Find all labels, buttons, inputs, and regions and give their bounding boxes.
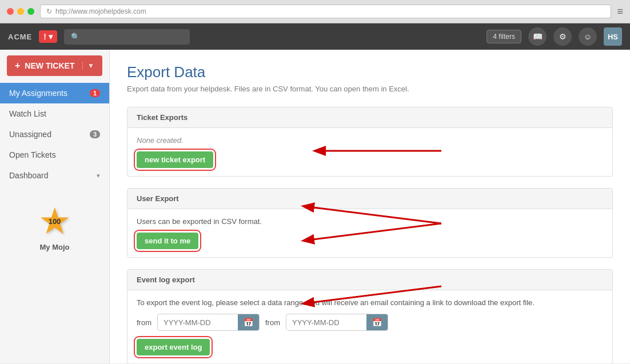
my-assignments-badge: 1 bbox=[90, 89, 100, 97]
alert-icon: ! bbox=[43, 32, 46, 41]
date-input-end[interactable] bbox=[286, 315, 366, 330]
sidebar-item-label: Unassigned bbox=[9, 130, 51, 139]
nav-book-button[interactable]: 📖 bbox=[528, 27, 547, 46]
nav-filters-button[interactable]: 4 filters bbox=[487, 30, 521, 43]
from-label-2: from bbox=[265, 318, 280, 327]
user-export-description: Users can be exported in CSV format. bbox=[137, 217, 603, 226]
event-log-header: Event log export bbox=[127, 270, 612, 290]
dashboard-dropdown-icon: ▾ bbox=[97, 172, 100, 179]
sidebar-item-label: Open Tickets bbox=[9, 150, 56, 159]
browser-menu-icon[interactable]: ≡ bbox=[617, 6, 623, 18]
page-title: Export Data bbox=[127, 63, 613, 81]
ticket-exports-empty: None created. bbox=[137, 136, 603, 145]
ticket-exports-section: Ticket Exports None created. new ticket … bbox=[127, 107, 613, 177]
page-subtitle: Export data from your helpdesk. Files ar… bbox=[127, 85, 613, 93]
main-content: Export Data Export data from your helpde… bbox=[110, 50, 630, 363]
alert-dropdown-icon: ▾ bbox=[49, 32, 53, 41]
event-log-section: Event log export To export the event log… bbox=[127, 269, 613, 363]
date-range-row: from 📅 from 📅 bbox=[137, 314, 603, 331]
nav-alert-button[interactable]: ! ▾ bbox=[39, 30, 57, 43]
face-icon: ☺ bbox=[584, 32, 592, 41]
content-wrapper: Export Data Export data from your helpde… bbox=[127, 63, 613, 363]
mojo-score: 100 bbox=[49, 217, 61, 226]
date-cal-button-1[interactable]: 📅 bbox=[238, 314, 259, 330]
new-ticket-export-button[interactable]: new ticket export bbox=[137, 151, 213, 168]
nav-brand: ACME bbox=[8, 33, 32, 41]
sidebar: + NEW TICKET ▼ My Assignments 1 Watch Li… bbox=[0, 50, 110, 363]
date-input-group-1: 📅 bbox=[157, 314, 260, 331]
export-event-log-button[interactable]: export event log bbox=[137, 339, 210, 355]
plus-icon: + bbox=[15, 61, 20, 71]
sidebar-mojo: ★ 100 My Mojo bbox=[0, 191, 109, 263]
send-it-to-me-button[interactable]: send it to me bbox=[137, 233, 198, 249]
calendar-icon-1: 📅 bbox=[244, 318, 253, 327]
browser-dot-close[interactable] bbox=[7, 8, 14, 15]
sidebar-item-label: My Assignments bbox=[9, 89, 67, 98]
gear-icon: ⚙ bbox=[559, 32, 567, 41]
sidebar-item-label: Dashboard bbox=[9, 171, 49, 180]
event-log-body: To export the event log, please select a… bbox=[127, 290, 612, 363]
browser-url: http://www.mojohelpdesk.com bbox=[55, 7, 146, 15]
nav-avatar[interactable]: HS bbox=[604, 27, 622, 46]
sidebar-item-dashboard[interactable]: Dashboard ▾ bbox=[0, 165, 109, 186]
browser-chrome: ↻ http://www.mojohelpdesk.com ≡ bbox=[0, 0, 630, 23]
browser-dot-minimize[interactable] bbox=[17, 8, 24, 15]
date-cal-button-2[interactable]: 📅 bbox=[366, 314, 388, 330]
ticket-exports-body: None created. new ticket export bbox=[127, 128, 612, 176]
browser-dots bbox=[7, 8, 34, 15]
sidebar-item-watch-list[interactable]: Watch List bbox=[0, 103, 109, 124]
event-log-description: To export the event log, please select a… bbox=[137, 298, 603, 307]
from-label-1: from bbox=[137, 318, 151, 327]
new-ticket-label: NEW TICKET bbox=[25, 61, 74, 70]
sidebar-item-label: Watch List bbox=[9, 109, 46, 118]
sidebar-item-open-tickets[interactable]: Open Tickets bbox=[0, 145, 109, 165]
user-export-section: User Export Users can be exported in CSV… bbox=[127, 188, 613, 258]
nav-face-button[interactable]: ☺ bbox=[579, 27, 597, 46]
new-ticket-button[interactable]: + NEW TICKET ▼ bbox=[7, 55, 102, 76]
date-input-start[interactable] bbox=[158, 315, 238, 330]
book-icon: 📖 bbox=[533, 32, 543, 41]
nav-settings-button[interactable]: ⚙ bbox=[553, 27, 572, 46]
ticket-exports-header: Ticket Exports bbox=[127, 107, 612, 128]
app-layout: + NEW TICKET ▼ My Assignments 1 Watch Li… bbox=[0, 50, 630, 363]
browser-address-bar[interactable]: ↻ http://www.mojohelpdesk.com bbox=[40, 5, 611, 18]
calendar-icon-2: 📅 bbox=[372, 318, 382, 327]
date-input-group-2: 📅 bbox=[286, 314, 388, 331]
browser-dot-maximize[interactable] bbox=[27, 8, 34, 15]
top-navigation: ACME ! ▾ 4 filters 📖 ⚙ ☺ HS bbox=[0, 23, 630, 50]
unassigned-badge: 3 bbox=[90, 130, 100, 138]
mojo-label: My Mojo bbox=[6, 243, 103, 251]
sidebar-item-unassigned[interactable]: Unassigned 3 bbox=[0, 124, 109, 145]
browser-reload-icon: ↻ bbox=[46, 7, 52, 15]
nav-search-input[interactable] bbox=[64, 29, 190, 45]
new-ticket-dropdown-icon: ▼ bbox=[82, 62, 94, 70]
sidebar-item-my-assignments[interactable]: My Assignments 1 bbox=[0, 83, 109, 103]
user-export-body: Users can be exported in CSV format. sen… bbox=[127, 209, 612, 257]
mojo-star-container: ★ 100 bbox=[38, 203, 71, 239]
user-export-header: User Export bbox=[127, 189, 612, 209]
